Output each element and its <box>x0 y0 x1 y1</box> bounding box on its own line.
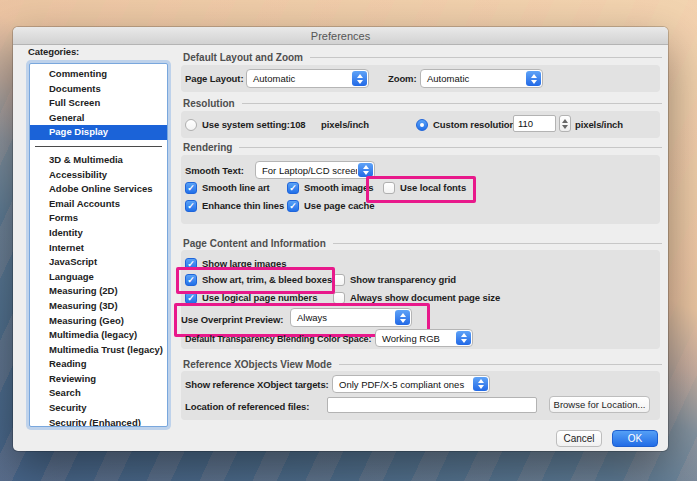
overprint-label: Use Overprint Preview: <box>181 314 283 326</box>
enhance-thin-lines-checkbox[interactable] <box>185 200 197 212</box>
sidebar-item-full-screen[interactable]: Full Screen <box>30 96 167 111</box>
section-rule <box>239 147 662 148</box>
window-title: Preferences <box>311 30 370 42</box>
use-local-fonts-checkbox[interactable] <box>383 182 395 194</box>
ok-button-label: OK <box>628 433 642 444</box>
sidebar-item-adobe-online-services[interactable]: Adobe Online Services <box>30 182 167 197</box>
sidebar-item-documents[interactable]: Documents <box>30 82 167 97</box>
show-transparency-grid-row[interactable]: Show transparency grid <box>333 273 456 286</box>
sidebar-item-commenting[interactable]: Commenting <box>30 67 167 82</box>
smooth-images-checkbox[interactable] <box>287 182 299 194</box>
sidebar-item-javascript[interactable]: JavaScript <box>30 255 167 270</box>
section-rule <box>339 364 662 365</box>
smooth-text-value: For Laptop/LCD screens <box>256 165 357 176</box>
chevron-updown-icon <box>352 71 367 86</box>
always-show-page-size-label: Always show document page size <box>350 292 500 303</box>
sidebar-item-measuring-2d[interactable]: Measuring (2D) <box>30 284 167 299</box>
blend-space-select[interactable]: Working RGB <box>375 329 473 347</box>
xobject-targets-label: Show reference XObject targets: <box>185 379 329 391</box>
zoom-label: Zoom: <box>388 73 417 85</box>
smooth-line-art-checkbox[interactable] <box>185 182 197 194</box>
custom-resolution-input[interactable] <box>513 115 556 132</box>
sidebar-item-reviewing[interactable]: Reviewing <box>30 372 167 387</box>
browse-button-label: Browse for Location... <box>554 399 646 410</box>
categories-label: Categories: <box>28 46 79 58</box>
sidebar-item-general[interactable]: General <box>30 111 167 126</box>
ok-button[interactable]: OK <box>612 430 658 447</box>
use-system-setting-radio[interactable] <box>185 119 197 131</box>
zoom-value: Automatic <box>421 73 525 84</box>
preferences-dialog: Preferences Categories: CommentingDocume… <box>13 27 668 451</box>
section-header-page-content: Page Content and Information <box>183 237 662 249</box>
sidebar-item-reading[interactable]: Reading <box>30 357 167 372</box>
sidebar-item-search[interactable]: Search <box>30 386 167 401</box>
system-resolution-unit: pixels/inch <box>321 119 369 131</box>
custom-resolution-radio-row[interactable]: Custom resolution: <box>416 118 518 131</box>
overprint-select[interactable]: Always <box>290 308 412 327</box>
section-title: Rendering <box>183 142 232 153</box>
use-page-cache-checkbox[interactable] <box>287 200 299 212</box>
use-logical-page-numbers-label: Use logical page numbers <box>202 292 317 303</box>
sidebar-item-measuring-3d[interactable]: Measuring (3D) <box>30 299 167 314</box>
section-title: Page Content and Information <box>183 238 326 249</box>
zoom-select[interactable]: Automatic <box>420 69 543 88</box>
categories-list[interactable]: CommentingDocumentsFull ScreenGeneralPag… <box>29 63 168 427</box>
window-titlebar[interactable]: Preferences <box>13 27 668 45</box>
use-system-setting-label: Use system setting: <box>202 119 290 130</box>
use-logical-page-numbers-row[interactable]: Use logical page numbers <box>185 291 317 304</box>
smooth-text-select[interactable]: For Laptop/LCD screens <box>255 161 375 179</box>
smooth-images-label: Smooth images <box>304 182 373 193</box>
show-large-images-checkbox[interactable] <box>185 258 197 270</box>
use-local-fonts-row[interactable]: Use local fonts <box>383 181 466 194</box>
sidebar-item-3d-multimedia[interactable]: 3D & Multimedia <box>30 153 167 168</box>
smooth-text-label: Smooth Text: <box>185 165 244 177</box>
section-header-rendering: Rendering <box>183 141 662 153</box>
cancel-button[interactable]: Cancel <box>556 430 602 447</box>
show-large-images-label: Show large images <box>202 258 286 269</box>
sidebar-item-accessibility[interactable]: Accessibility <box>30 168 167 183</box>
sidebar-item-language[interactable]: Language <box>30 270 167 285</box>
sidebar-item-identity[interactable]: Identity <box>30 226 167 241</box>
custom-resolution-radio[interactable] <box>416 119 428 131</box>
section-rule <box>242 103 662 104</box>
show-art-trim-bleed-label: Show art, trim, & bleed boxes <box>202 274 332 285</box>
show-transparency-grid-checkbox[interactable] <box>333 274 345 286</box>
resolution-stepper[interactable] <box>559 115 571 132</box>
page-layout-value: Automatic <box>247 73 351 84</box>
show-art-trim-bleed-checkbox[interactable] <box>185 274 197 286</box>
section-header-layout-zoom: Default Layout and Zoom <box>183 51 662 63</box>
page-layout-select[interactable]: Automatic <box>246 69 369 88</box>
sidebar-item-forms[interactable]: Forms <box>30 211 167 226</box>
use-logical-page-numbers-checkbox[interactable] <box>185 292 197 304</box>
sidebar-item-multimedia-trust-legacy[interactable]: Multimedia Trust (legacy) <box>30 343 167 358</box>
show-art-trim-bleed-row[interactable]: Show art, trim, & bleed boxes <box>185 273 332 286</box>
location-label: Location of referenced files: <box>185 401 309 413</box>
sidebar-item-security[interactable]: Security <box>30 401 167 416</box>
section-title: Resolution <box>183 98 235 109</box>
use-system-setting-radio-row[interactable]: Use system setting: <box>185 118 290 131</box>
location-input[interactable] <box>327 397 537 413</box>
xobject-targets-select[interactable]: Only PDF/X-5 compliant ones <box>332 375 490 393</box>
section-title: Default Layout and Zoom <box>183 52 303 63</box>
chevron-updown-icon <box>358 163 373 177</box>
sidebar-item-email-accounts[interactable]: Email Accounts <box>30 197 167 212</box>
use-page-cache-row[interactable]: Use page cache <box>287 199 374 212</box>
always-show-page-size-row[interactable]: Always show document page size <box>333 291 500 304</box>
section-rule <box>333 243 662 244</box>
browse-for-location-button[interactable]: Browse for Location... <box>549 396 650 413</box>
show-large-images-row[interactable]: Show large images <box>185 257 286 270</box>
show-transparency-grid-label: Show transparency grid <box>350 274 456 285</box>
section-header-xobjects: Reference XObjects View Mode <box>183 358 662 370</box>
sidebar-item-internet[interactable]: Internet <box>30 241 167 256</box>
cancel-button-label: Cancel <box>563 433 594 444</box>
smooth-line-art-row[interactable]: Smooth line art <box>185 181 270 194</box>
smooth-images-row[interactable]: Smooth images <box>287 181 373 194</box>
sidebar-item-measuring-geo[interactable]: Measuring (Geo) <box>30 314 167 329</box>
sidebar-item-security-enhanced[interactable]: Security (Enhanced) <box>30 416 167 427</box>
overprint-value: Always <box>291 312 394 323</box>
enhance-thin-lines-row[interactable]: Enhance thin lines <box>185 199 284 212</box>
section-rule <box>310 57 662 58</box>
sidebar-item-page-display[interactable]: Page Display <box>30 125 167 140</box>
sidebar-item-multimedia-legacy[interactable]: Multimedia (legacy) <box>30 328 167 343</box>
always-show-page-size-checkbox[interactable] <box>333 292 345 304</box>
